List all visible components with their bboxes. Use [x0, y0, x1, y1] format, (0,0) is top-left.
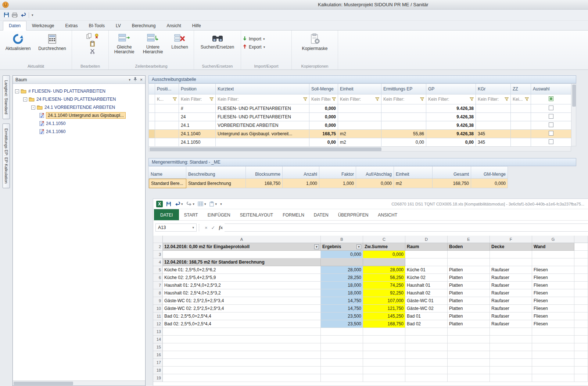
cell-D19[interactable] [405, 374, 448, 382]
cell-F19[interactable] [490, 374, 532, 382]
aus-cell[interactable]: 345 [476, 138, 511, 147]
filter-funnel-icon[interactable] [302, 97, 307, 101]
aus-horizontal-scrollbar[interactable] [148, 146, 571, 151]
cell-G17[interactable] [532, 359, 574, 367]
aus-column-header[interactable]: Auswahl [531, 84, 571, 94]
aus-cell[interactable] [338, 104, 381, 113]
cell-A11[interactable]: Bad 01: 2,5*5,0+2,5*4,4 [163, 312, 321, 320]
tree-item[interactable]: 24.1.1050 [13, 119, 145, 128]
export-button[interactable]: Export ▾ [243, 44, 265, 50]
row-header-11[interactable]: 11 [153, 312, 163, 320]
cell-B12[interactable]: 23,500 [321, 320, 363, 328]
cell-G3[interactable] [532, 251, 574, 258]
cell-C11[interactable]: 145,250 [363, 312, 405, 320]
mengen-cell[interactable]: Standard Berechnung [186, 179, 246, 188]
aus-column-header[interactable]: Soll-Menge [309, 84, 338, 94]
cell-A6[interactable]: Küche 02: 2,5*5,4+2,5*5,9 [163, 274, 321, 282]
cell-A9[interactable]: Gäste-WC 01: 2,5*2,5+2,5*3,4 [163, 297, 321, 305]
cell-B10[interactable]: 14,750 [321, 305, 363, 312]
aus-cell[interactable] [216, 138, 309, 147]
aus-cell[interactable] [381, 104, 426, 113]
cell-G2[interactable]: Wand [532, 243, 574, 251]
cell-G5[interactable]: Fliesen [532, 266, 574, 274]
filter-funnel-icon[interactable] [208, 97, 214, 101]
cell-D18[interactable] [405, 367, 448, 374]
cell-D17[interactable] [405, 359, 448, 367]
tree-item[interactable]: 24.1.1060 [13, 128, 145, 136]
mengen-column-header[interactable]: GM-Menge [471, 167, 508, 179]
row-selector[interactable] [149, 138, 155, 147]
row-header-12[interactable]: 12 [153, 320, 163, 328]
aus-cell[interactable] [476, 104, 511, 113]
cell-F11[interactable]: Raufaser [490, 312, 532, 320]
save-icon[interactable] [4, 12, 9, 18]
cell-G11[interactable]: Fliesen [532, 312, 574, 320]
aus-cell[interactable]: 9.426,38 [426, 121, 476, 130]
cell-D12[interactable]: Bad 02 [405, 320, 448, 328]
cell-D11[interactable]: Bad 01 [405, 312, 448, 320]
aus-cell[interactable] [531, 113, 571, 121]
suchen-ersetzen-button[interactable]: Suchen/Ersetzen [197, 32, 238, 50]
ribbon-tab-werkzeuge[interactable]: Werkzeuge [26, 21, 60, 30]
sidebar-tab-langtext[interactable]: Langtext: Standard [3, 75, 10, 119]
filter-funnel-icon[interactable] [419, 97, 424, 101]
tree-horizontal-scrollbar[interactable] [13, 380, 145, 386]
excel-paste-options-icon[interactable]: ▾ [209, 201, 217, 207]
cell-C12[interactable]: 168,750 [363, 320, 405, 328]
filter-funnel-icon[interactable] [374, 97, 379, 101]
cell-E9[interactable]: Platten [448, 297, 490, 305]
excel-tab-ansicht[interactable]: ANSICHT [373, 209, 402, 220]
qat-customize-icon[interactable]: ▾ [32, 13, 33, 17]
aus-cell[interactable]: 24 [179, 113, 216, 121]
aus-cell[interactable]: FLIESEN- UND PLATTENARBEITEN [216, 113, 309, 121]
cell-D15[interactable] [405, 343, 448, 351]
ribbon-tab-daten[interactable]: Daten [3, 21, 26, 31]
col-header-f[interactable]: F [490, 236, 532, 243]
aus-cell[interactable] [155, 113, 179, 121]
ribbon-tab-berechnung[interactable]: Berechnung [126, 21, 161, 30]
aus-cell[interactable] [531, 138, 571, 147]
mengen-cell[interactable]: 1,000 [319, 179, 356, 188]
cell-G16[interactable] [532, 351, 574, 359]
row-selector[interactable] [149, 104, 155, 113]
cell-C5[interactable]: 28,000 [363, 266, 405, 274]
mengen-column-header[interactable]: Gesamt [433, 167, 471, 179]
cell-F17[interactable] [490, 359, 532, 367]
row-header-18[interactable]: 18 [153, 367, 163, 374]
loeschen-button[interactable]: Löschen [168, 32, 192, 50]
row-header-13[interactable]: 13 [153, 328, 163, 336]
cell-B3[interactable]: 0,000 [321, 251, 363, 258]
cell-C2[interactable]: Zw.Summe [363, 243, 405, 251]
row-header-8[interactable]: 8 [153, 289, 163, 297]
row-header-15[interactable]: 15 [153, 343, 163, 351]
ribbon-tab-bi-tools[interactable]: BI-Tools [83, 21, 110, 30]
row-header-16[interactable]: 16 [153, 351, 163, 359]
col-header-b[interactable]: B [321, 236, 363, 243]
filter-cell[interactable]: Kein Filter: [426, 94, 476, 104]
mengen-cell[interactable]: Standard Bere... [149, 179, 186, 188]
close-icon[interactable]: × [140, 77, 143, 82]
tree-item[interactable]: -24 FLIESEN- UND PLATTENARBEITEN [13, 95, 145, 103]
cell-B19[interactable] [321, 374, 363, 382]
cell-A17[interactable] [163, 359, 321, 367]
aus-cell[interactable] [531, 130, 571, 138]
aktualisieren-button[interactable]: Aktualisieren [1, 32, 35, 51]
cell-B7[interactable]: 18,000 [321, 282, 363, 289]
cell-D3[interactable] [405, 251, 448, 258]
filter-cell[interactable]: Kein Filter: [216, 94, 309, 104]
aus-column-header[interactable]: Position [179, 84, 216, 94]
cell-D2[interactable]: Raum [405, 243, 448, 251]
tree-expander-icon[interactable]: - [15, 89, 19, 93]
aus-cell[interactable] [155, 130, 179, 138]
aus-column-header[interactable]: KGr [476, 84, 511, 94]
aus-cell[interactable]: 345 [476, 130, 511, 138]
excel-name-box[interactable]: A13 ▾ [155, 224, 197, 232]
cell-A4[interactable]: 12.04.2016: 168,75 m2 für Standard Berec… [163, 258, 321, 266]
cell-C6[interactable]: 56,250 [363, 274, 405, 282]
cell-E13[interactable] [448, 328, 490, 336]
aus-cell[interactable]: 0,00 [426, 138, 476, 147]
aus-cell[interactable] [155, 121, 179, 130]
mengen-column-header[interactable]: Name [149, 167, 186, 179]
ribbon-tab-lv[interactable]: LV [110, 21, 126, 30]
cell-C4[interactable] [363, 258, 405, 266]
